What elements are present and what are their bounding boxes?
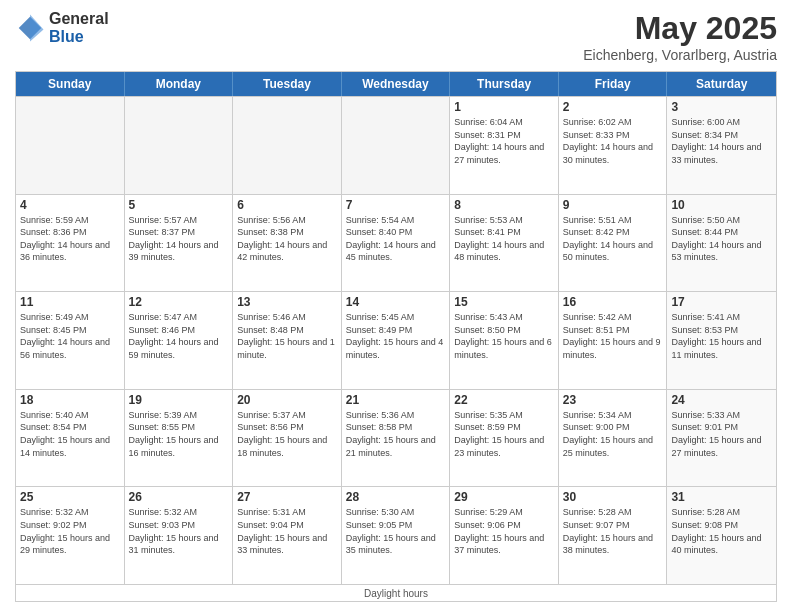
day-cell-6: 6Sunrise: 5:56 AM Sunset: 8:38 PM Daylig… xyxy=(233,195,342,292)
day-info: Sunrise: 5:28 AM Sunset: 9:07 PM Dayligh… xyxy=(563,506,663,556)
day-number: 30 xyxy=(563,490,663,504)
day-number: 22 xyxy=(454,393,554,407)
day-number: 12 xyxy=(129,295,229,309)
day-of-week-saturday: Saturday xyxy=(667,72,776,96)
day-number: 25 xyxy=(20,490,120,504)
day-info: Sunrise: 5:34 AM Sunset: 9:00 PM Dayligh… xyxy=(563,409,663,459)
day-cell-14: 14Sunrise: 5:45 AM Sunset: 8:49 PM Dayli… xyxy=(342,292,451,389)
day-number: 27 xyxy=(237,490,337,504)
day-cell-30: 30Sunrise: 5:28 AM Sunset: 9:07 PM Dayli… xyxy=(559,487,668,584)
day-number: 2 xyxy=(563,100,663,114)
day-info: Sunrise: 5:45 AM Sunset: 8:49 PM Dayligh… xyxy=(346,311,446,361)
day-number: 20 xyxy=(237,393,337,407)
day-info: Sunrise: 5:43 AM Sunset: 8:50 PM Dayligh… xyxy=(454,311,554,361)
day-info: Sunrise: 5:47 AM Sunset: 8:46 PM Dayligh… xyxy=(129,311,229,361)
day-number: 16 xyxy=(563,295,663,309)
day-cell-26: 26Sunrise: 5:32 AM Sunset: 9:03 PM Dayli… xyxy=(125,487,234,584)
day-number: 9 xyxy=(563,198,663,212)
day-cell-22: 22Sunrise: 5:35 AM Sunset: 8:59 PM Dayli… xyxy=(450,390,559,487)
empty-cell xyxy=(342,97,451,194)
empty-cell xyxy=(125,97,234,194)
day-number: 11 xyxy=(20,295,120,309)
day-info: Sunrise: 5:49 AM Sunset: 8:45 PM Dayligh… xyxy=(20,311,120,361)
day-cell-20: 20Sunrise: 5:37 AM Sunset: 8:56 PM Dayli… xyxy=(233,390,342,487)
calendar-week-1: 1Sunrise: 6:04 AM Sunset: 8:31 PM Daylig… xyxy=(16,96,776,194)
day-number: 5 xyxy=(129,198,229,212)
empty-cell xyxy=(16,97,125,194)
day-cell-24: 24Sunrise: 5:33 AM Sunset: 9:01 PM Dayli… xyxy=(667,390,776,487)
day-number: 4 xyxy=(20,198,120,212)
day-info: Sunrise: 6:04 AM Sunset: 8:31 PM Dayligh… xyxy=(454,116,554,166)
day-info: Sunrise: 5:41 AM Sunset: 8:53 PM Dayligh… xyxy=(671,311,772,361)
calendar-week-5: 25Sunrise: 5:32 AM Sunset: 9:02 PM Dayli… xyxy=(16,486,776,584)
day-number: 14 xyxy=(346,295,446,309)
day-number: 10 xyxy=(671,198,772,212)
day-number: 18 xyxy=(20,393,120,407)
logo-icon xyxy=(15,13,45,43)
day-cell-12: 12Sunrise: 5:47 AM Sunset: 8:46 PM Dayli… xyxy=(125,292,234,389)
day-number: 24 xyxy=(671,393,772,407)
day-cell-17: 17Sunrise: 5:41 AM Sunset: 8:53 PM Dayli… xyxy=(667,292,776,389)
day-number: 26 xyxy=(129,490,229,504)
day-cell-21: 21Sunrise: 5:36 AM Sunset: 8:58 PM Dayli… xyxy=(342,390,451,487)
day-cell-10: 10Sunrise: 5:50 AM Sunset: 8:44 PM Dayli… xyxy=(667,195,776,292)
day-info: Sunrise: 5:46 AM Sunset: 8:48 PM Dayligh… xyxy=(237,311,337,361)
day-cell-19: 19Sunrise: 5:39 AM Sunset: 8:55 PM Dayli… xyxy=(125,390,234,487)
day-cell-9: 9Sunrise: 5:51 AM Sunset: 8:42 PM Daylig… xyxy=(559,195,668,292)
day-cell-31: 31Sunrise: 5:28 AM Sunset: 9:08 PM Dayli… xyxy=(667,487,776,584)
day-cell-18: 18Sunrise: 5:40 AM Sunset: 8:54 PM Dayli… xyxy=(16,390,125,487)
day-cell-27: 27Sunrise: 5:31 AM Sunset: 9:04 PM Dayli… xyxy=(233,487,342,584)
empty-cell xyxy=(233,97,342,194)
day-number: 7 xyxy=(346,198,446,212)
day-number: 23 xyxy=(563,393,663,407)
day-cell-4: 4Sunrise: 5:59 AM Sunset: 8:36 PM Daylig… xyxy=(16,195,125,292)
day-info: Sunrise: 5:40 AM Sunset: 8:54 PM Dayligh… xyxy=(20,409,120,459)
day-cell-16: 16Sunrise: 5:42 AM Sunset: 8:51 PM Dayli… xyxy=(559,292,668,389)
title-block: May 2025 Eichenberg, Vorarlberg, Austria xyxy=(583,10,777,63)
location: Eichenberg, Vorarlberg, Austria xyxy=(583,47,777,63)
day-number: 15 xyxy=(454,295,554,309)
calendar-body: 1Sunrise: 6:04 AM Sunset: 8:31 PM Daylig… xyxy=(16,96,776,584)
day-number: 1 xyxy=(454,100,554,114)
calendar-week-3: 11Sunrise: 5:49 AM Sunset: 8:45 PM Dayli… xyxy=(16,291,776,389)
day-info: Sunrise: 5:51 AM Sunset: 8:42 PM Dayligh… xyxy=(563,214,663,264)
day-number: 19 xyxy=(129,393,229,407)
day-of-week-wednesday: Wednesday xyxy=(342,72,451,96)
day-cell-2: 2Sunrise: 6:02 AM Sunset: 8:33 PM Daylig… xyxy=(559,97,668,194)
day-cell-11: 11Sunrise: 5:49 AM Sunset: 8:45 PM Dayli… xyxy=(16,292,125,389)
day-info: Sunrise: 5:31 AM Sunset: 9:04 PM Dayligh… xyxy=(237,506,337,556)
header: General Blue May 2025 Eichenberg, Vorarl… xyxy=(15,10,777,63)
day-cell-5: 5Sunrise: 5:57 AM Sunset: 8:37 PM Daylig… xyxy=(125,195,234,292)
day-info: Sunrise: 5:59 AM Sunset: 8:36 PM Dayligh… xyxy=(20,214,120,264)
day-info: Sunrise: 5:36 AM Sunset: 8:58 PM Dayligh… xyxy=(346,409,446,459)
day-number: 8 xyxy=(454,198,554,212)
svg-marker-1 xyxy=(30,14,44,41)
day-cell-29: 29Sunrise: 5:29 AM Sunset: 9:06 PM Dayli… xyxy=(450,487,559,584)
footer-note: Daylight hours xyxy=(16,584,776,601)
logo-text: General Blue xyxy=(49,10,109,45)
day-cell-13: 13Sunrise: 5:46 AM Sunset: 8:48 PM Dayli… xyxy=(233,292,342,389)
day-info: Sunrise: 5:56 AM Sunset: 8:38 PM Dayligh… xyxy=(237,214,337,264)
day-info: Sunrise: 5:33 AM Sunset: 9:01 PM Dayligh… xyxy=(671,409,772,459)
calendar-header: SundayMondayTuesdayWednesdayThursdayFrid… xyxy=(16,72,776,96)
day-cell-23: 23Sunrise: 5:34 AM Sunset: 9:00 PM Dayli… xyxy=(559,390,668,487)
day-info: Sunrise: 6:00 AM Sunset: 8:34 PM Dayligh… xyxy=(671,116,772,166)
day-number: 28 xyxy=(346,490,446,504)
calendar-week-4: 18Sunrise: 5:40 AM Sunset: 8:54 PM Dayli… xyxy=(16,389,776,487)
day-info: Sunrise: 5:50 AM Sunset: 8:44 PM Dayligh… xyxy=(671,214,772,264)
day-of-week-monday: Monday xyxy=(125,72,234,96)
day-info: Sunrise: 5:57 AM Sunset: 8:37 PM Dayligh… xyxy=(129,214,229,264)
day-info: Sunrise: 5:28 AM Sunset: 9:08 PM Dayligh… xyxy=(671,506,772,556)
day-info: Sunrise: 5:32 AM Sunset: 9:02 PM Dayligh… xyxy=(20,506,120,556)
day-cell-8: 8Sunrise: 5:53 AM Sunset: 8:41 PM Daylig… xyxy=(450,195,559,292)
page: General Blue May 2025 Eichenberg, Vorarl… xyxy=(0,0,792,612)
day-info: Sunrise: 5:29 AM Sunset: 9:06 PM Dayligh… xyxy=(454,506,554,556)
day-number: 13 xyxy=(237,295,337,309)
day-number: 31 xyxy=(671,490,772,504)
day-cell-3: 3Sunrise: 6:00 AM Sunset: 8:34 PM Daylig… xyxy=(667,97,776,194)
day-info: Sunrise: 5:42 AM Sunset: 8:51 PM Dayligh… xyxy=(563,311,663,361)
day-cell-25: 25Sunrise: 5:32 AM Sunset: 9:02 PM Dayli… xyxy=(16,487,125,584)
day-of-week-friday: Friday xyxy=(559,72,668,96)
day-cell-28: 28Sunrise: 5:30 AM Sunset: 9:05 PM Dayli… xyxy=(342,487,451,584)
day-number: 6 xyxy=(237,198,337,212)
